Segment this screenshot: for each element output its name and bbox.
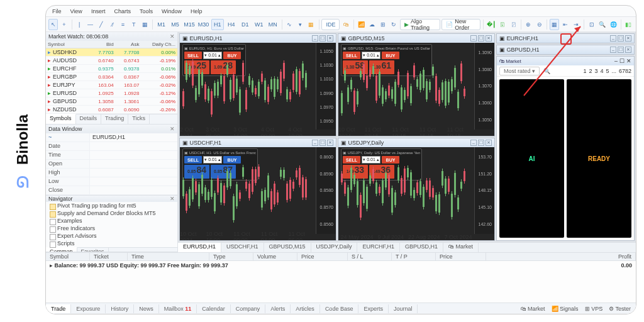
chart-tab[interactable]: USDCHF,H1 — [221, 243, 264, 252]
product-card[interactable]: AI — [499, 79, 564, 238]
bottom-tab[interactable]: Articles — [291, 304, 320, 313]
status-signals[interactable]: 📶 Signals — [552, 306, 579, 312]
tf-h4[interactable]: H4 — [225, 19, 238, 30]
bottom-tab[interactable]: Journal — [389, 304, 418, 313]
sell-button[interactable]: SELL — [343, 52, 360, 59]
line-chart-icon[interactable]: ⍁ — [508, 19, 518, 30]
channel-icon[interactable]: ⫽ — [107, 19, 116, 30]
tab-trading[interactable]: Trading — [101, 114, 128, 124]
close-icon[interactable]: ✕ — [170, 126, 175, 132]
sell-button[interactable]: SELL — [343, 156, 360, 164]
buy-button[interactable]: BUY — [382, 156, 399, 164]
close-icon[interactable]: ✕ — [170, 33, 175, 40]
shift-icon[interactable]: ⇤ — [560, 19, 570, 30]
vps-icon[interactable]: ⊞ — [378, 19, 387, 30]
chart-window[interactable]: ▣ GBPUSD,M15–☐✕▣ GBPUSD, M15: Great Brit… — [338, 33, 495, 136]
minimize-icon[interactable]: – — [610, 35, 616, 42]
hline-icon[interactable]: — — [86, 19, 95, 30]
menu-window[interactable]: Window — [162, 8, 182, 14]
cursor-tool-icon[interactable]: ↖ — [48, 19, 58, 30]
zoom-in-icon[interactable]: ⊕ — [524, 19, 533, 30]
maximize-icon[interactable]: ☐ — [618, 35, 624, 42]
cloud-icon[interactable]: ☁ — [367, 19, 377, 30]
autoscroll-icon[interactable]: ⇥ — [572, 19, 581, 30]
lot-input[interactable]: ▾ 0.01 ▴ — [203, 156, 222, 164]
chart-tab[interactable]: EURCHF,H1 — [357, 243, 400, 252]
bottom-tab[interactable]: Experts — [358, 304, 389, 313]
symbol-row[interactable]: ▸EURCHF0.93750.93780.01% — [46, 65, 177, 73]
connection-icon[interactable]: ▮▯ — [624, 19, 633, 30]
chart-window[interactable]: ▣ EURCHF,H1–☐✕▣ EURCHF, H1: Euro vs Swis… — [496, 33, 635, 43]
bottom-tab[interactable]: Exposure — [71, 304, 106, 313]
minimize-icon[interactable]: – — [470, 35, 477, 42]
chart-window[interactable]: ▣ USDJPY,Daily–☐✕▣ USDJPY, Daily: US Dol… — [338, 138, 495, 241]
symbol-row[interactable]: ▸USDHKD7.77037.77080.00% — [46, 48, 177, 57]
chart-tick-icon[interactable]: ▾ — [296, 19, 305, 30]
new-order-button[interactable]: 📄 New Order — [441, 19, 480, 30]
nav-item[interactable]: Expert Advisors — [48, 232, 177, 240]
tab-details[interactable]: Details — [76, 114, 102, 124]
close-icon[interactable]: ✕ — [625, 47, 631, 53]
objects-icon[interactable]: ▦ — [140, 19, 149, 30]
tf-h1[interactable]: H1 — [211, 19, 224, 30]
fib-icon[interactable]: ≡ — [118, 19, 128, 30]
lot-input[interactable]: ▾ 0.01 ▴ — [203, 52, 222, 59]
bottom-tab[interactable]: Alerts — [265, 304, 291, 313]
tf-w1[interactable]: W1 — [253, 19, 265, 30]
market-filter[interactable]: Most rated ▾ — [499, 67, 540, 75]
chart-tab[interactable]: 🛍 Market — [443, 243, 479, 252]
tf-d1[interactable]: D1 — [239, 19, 252, 30]
menu-charts[interactable]: Charts — [114, 8, 131, 14]
candle-chart-icon[interactable]: ⍗ — [497, 19, 507, 30]
tf-m30[interactable]: M30 — [197, 19, 210, 30]
search-icon[interactable]: 🔍 — [597, 19, 607, 30]
crosshair-icon[interactable]: + — [59, 19, 69, 30]
chart-line-icon[interactable]: ∿ — [285, 19, 294, 30]
minimize-icon[interactable]: – — [312, 140, 318, 146]
nav-item[interactable]: Free Indicators — [48, 225, 177, 232]
zoom-out-icon[interactable]: ⊖ — [535, 19, 544, 30]
tab-common[interactable]: Common — [46, 247, 77, 252]
globe-icon[interactable]: 🌐 — [609, 19, 618, 30]
chart-tab[interactable]: USDJPY,Daily — [311, 243, 358, 252]
vline-icon[interactable]: | — [74, 19, 84, 30]
bottom-tab[interactable]: Trade — [46, 304, 71, 313]
symbol-row[interactable]: ▸EURJPY163.04163.07-0.02% — [46, 81, 177, 89]
nav-item[interactable]: Pivot Trading pp trading for mt5 — [48, 202, 177, 209]
chart-tab[interactable]: GBPUSD,M15 — [264, 243, 311, 252]
minimize-icon[interactable]: – — [312, 35, 318, 42]
buy-button[interactable]: BUY — [382, 52, 399, 59]
tab-favorites[interactable]: Favorites — [77, 248, 109, 252]
maximize-icon[interactable]: ☐ — [319, 140, 326, 146]
minimize-icon[interactable]: – — [614, 58, 618, 64]
nav-item[interactable]: Supply and Demand Order Blocks MT5 — [48, 209, 177, 217]
nav-item[interactable]: Scripts — [48, 240, 177, 247]
tab-ticks[interactable]: Ticks — [128, 114, 150, 124]
text-icon[interactable]: T — [129, 19, 138, 30]
new-chart-icon[interactable]: ▦ — [306, 19, 316, 30]
bottom-tab[interactable]: Code Base — [320, 304, 359, 313]
lot-input[interactable]: ▾ 0.01 ▴ — [362, 52, 380, 59]
close-icon[interactable]: ✕ — [170, 196, 175, 202]
market-icon[interactable]: 🛍 — [341, 19, 350, 30]
close-icon[interactable]: ✕ — [486, 35, 492, 42]
chart-window[interactable]: ▣ EURUSD,H1–☐✕▣ EURUSD, H1: Euro vs US D… — [179, 33, 336, 136]
status-market[interactable]: 🛍 Market — [521, 306, 545, 312]
bar-chart-icon[interactable]: �┃ — [486, 19, 496, 30]
maximize-icon[interactable]: ☐ — [478, 35, 484, 42]
minimize-icon[interactable]: – — [610, 47, 616, 53]
chart-tab[interactable]: EURUSD,H1 — [178, 243, 221, 252]
bottom-tab[interactable]: History — [106, 304, 134, 313]
symbol-row[interactable]: ▸AUDUSD0.67400.6743-0.19% — [46, 57, 177, 65]
chart-window[interactable]: ▣ GBPUSD,H1–☐✕▣ GBPUSD, H1: Great Britai… — [496, 45, 635, 55]
buy-button[interactable]: BUY — [223, 52, 241, 59]
menu-insert[interactable]: Insert — [91, 8, 106, 14]
tab-symbols[interactable]: Symbols — [46, 114, 76, 124]
algo-trading-button[interactable]: ▶ Algo Trading — [400, 19, 440, 30]
search-icon[interactable]: 🔍 — [543, 68, 550, 74]
product-card[interactable]: READY — [567, 79, 631, 238]
tf-mn[interactable]: MN — [267, 19, 279, 30]
close-icon[interactable]: ✕ — [626, 58, 631, 64]
menu-tools[interactable]: Tools — [140, 8, 153, 14]
symbol-row[interactable]: ▸EURGBP0.83640.8367-0.06% — [46, 73, 177, 81]
